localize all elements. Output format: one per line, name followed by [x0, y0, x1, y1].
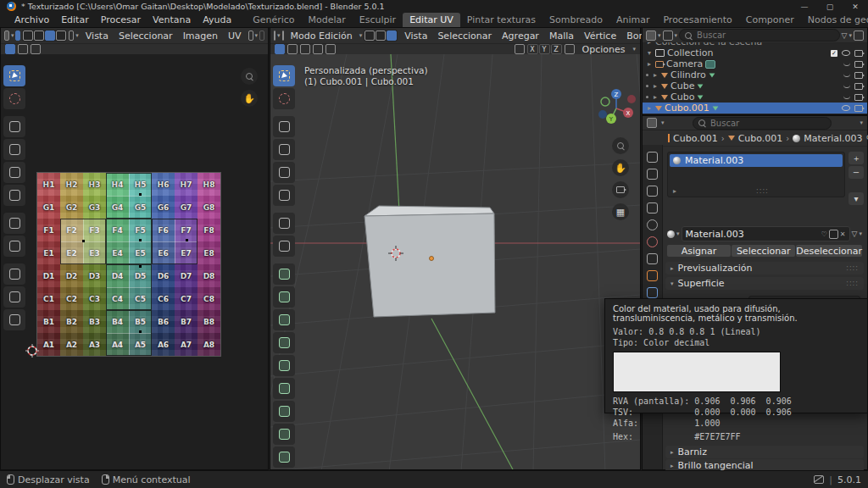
- asignar-button[interactable]: Asignar: [667, 245, 731, 257]
- tool-sculpt-grab[interactable]: [3, 263, 25, 285]
- breadcrumb-item-material-003-2[interactable]: Material.003: [804, 133, 862, 144]
- outliner-row-cilindro[interactable]: ▸Cilindro: [643, 69, 867, 80]
- eye-closed-icon[interactable]: [843, 84, 850, 88]
- select-difference-icon[interactable]: [313, 44, 323, 54]
- outliner-row-cubo[interactable]: ▸Cubo: [643, 92, 867, 103]
- pan-hand-icon[interactable]: ✋: [241, 90, 258, 107]
- tool-inset-faces[interactable]: [273, 309, 295, 330]
- tool-annotate[interactable]: [3, 213, 25, 234]
- outliner-display-mode-icon[interactable]: [646, 30, 656, 41]
- mirror-x-toggle[interactable]: X: [527, 44, 538, 54]
- tab-gen-rico[interactable]: Genérico: [246, 13, 301, 27]
- expand-arrow-icon[interactable]: ▸: [646, 60, 653, 68]
- tab-editar-uv[interactable]: Editar UV: [403, 13, 460, 27]
- properties-tab-view-layer[interactable]: [647, 202, 658, 214]
- select-new-icon[interactable]: [5, 44, 15, 54]
- add-slot-button[interactable]: ＋: [849, 152, 864, 164]
- render-visibility-icon[interactable]: [854, 83, 863, 90]
- properties-tab-scene[interactable]: [647, 219, 658, 230]
- vertex-select-icon[interactable]: [364, 30, 375, 41]
- uv-sync-toggle[interactable]: [15, 30, 20, 41]
- outliner-row-cubo-001[interactable]: ▸Cubo.001: [643, 103, 867, 114]
- menu-ayuda[interactable]: Ayuda: [197, 13, 237, 27]
- render-visibility-icon[interactable]: [854, 61, 863, 68]
- checkbox-icon[interactable]: ✓: [831, 50, 837, 57]
- uv-island-4[interactable]: [106, 264, 152, 310]
- tool-sculpt-relax[interactable]: [3, 286, 25, 308]
- face-select-icon[interactable]: [387, 30, 397, 41]
- expand-arrow-icon[interactable]: ▸: [646, 42, 653, 46]
- uv-canvas[interactable]: H1H2H3H4H5H6H7H8G1G2G3G4G5G6G7G8F1F2F3F4…: [1, 54, 268, 469]
- eye-closed-icon[interactable]: [843, 62, 850, 66]
- uv-island-select-icon[interactable]: [56, 30, 66, 41]
- viewport-canvas[interactable]: Personalizada (perspectiva) (1) Cubo.001…: [270, 54, 640, 469]
- tool-cursor-2d[interactable]: [3, 88, 25, 109]
- menu-procesar[interactable]: Procesar: [95, 13, 147, 27]
- eye-closed-icon[interactable]: [843, 95, 850, 99]
- viewport-menu-malla[interactable]: Malla: [544, 30, 579, 42]
- snap-magnet-icon[interactable]: [259, 30, 264, 41]
- camera-view-icon[interactable]: [612, 181, 629, 198]
- tool-tweak-select[interactable]: [3, 65, 25, 86]
- deseleccionar-button[interactable]: Deseleccionar: [796, 245, 862, 257]
- filter-funnel-icon[interactable]: ▽: [842, 31, 848, 40]
- render-visibility-icon[interactable]: [854, 50, 863, 57]
- tab-modelar[interactable]: Modelar: [302, 13, 353, 27]
- editor-type-icon[interactable]: [274, 30, 275, 41]
- sticky-select-icon[interactable]: [69, 30, 74, 41]
- material-icon[interactable]: [667, 230, 675, 238]
- tool-scale[interactable]: [273, 162, 295, 183]
- properties-search-input[interactable]: [709, 118, 826, 129]
- properties-tab-output[interactable]: [647, 186, 658, 197]
- expand-arrow-icon[interactable]: ▸: [652, 71, 659, 79]
- tool-rip-region[interactable]: [3, 236, 25, 257]
- tool-move[interactable]: [3, 116, 25, 137]
- properties-tab-object[interactable]: [647, 270, 658, 281]
- select-subtract-icon[interactable]: [300, 44, 310, 54]
- mirror-z-toggle[interactable]: Z: [551, 44, 562, 54]
- slot-list-expand-icon[interactable]: ▸: [673, 187, 676, 195]
- properties-tab-tool[interactable]: [647, 152, 658, 163]
- fake-user-shield-icon[interactable]: ♡: [821, 230, 827, 238]
- zoom-icon[interactable]: [612, 137, 629, 154]
- material-slot-active[interactable]: Material.003: [670, 154, 843, 167]
- breadcrumb-item-cubo-001-0[interactable]: Cubo.001: [673, 133, 718, 144]
- copy-datablock-icon[interactable]: [829, 230, 838, 239]
- remove-slot-button[interactable]: −: [849, 166, 864, 179]
- outliner-search-input[interactable]: [695, 30, 834, 41]
- render-visibility-icon[interactable]: [854, 72, 863, 79]
- expand-arrow-icon[interactable]: ▸: [652, 93, 659, 101]
- select-new-icon[interactable]: [275, 44, 285, 54]
- tab-sombreado[interactable]: Sombreado: [542, 13, 609, 27]
- expand-arrow-icon[interactable]: ▾: [646, 49, 653, 57]
- pan-hand-icon[interactable]: ✋: [612, 159, 629, 176]
- viewport-menu-seleccionar[interactable]: Seleccionar: [432, 30, 497, 42]
- maximize-button[interactable]: ▢: [817, 0, 843, 13]
- outliner-filter-icon[interactable]: [663, 30, 673, 41]
- uv-island-2[interactable]: [106, 219, 152, 264]
- panel-surface[interactable]: ▾ Superficie ::::: [665, 277, 864, 290]
- viewport-menu-v-rtice[interactable]: Vértice: [579, 30, 621, 42]
- slot-specials-icon[interactable]: ▾: [849, 192, 864, 205]
- uv-island-3[interactable]: [152, 219, 198, 264]
- panel-preview[interactable]: ▸ Previsualización ::::: [665, 262, 864, 274]
- uv-island-5[interactable]: [106, 310, 152, 356]
- tool-add-cube[interactable]: [273, 263, 295, 285]
- tool-poly-build[interactable]: [273, 401, 295, 422]
- properties-tab-world[interactable]: [647, 236, 658, 247]
- uv-menu-uv[interactable]: UV: [223, 30, 247, 42]
- perspective-toggle-icon[interactable]: ▦: [612, 203, 629, 220]
- tool-knife[interactable]: [273, 378, 295, 399]
- eye-icon[interactable]: [842, 105, 850, 111]
- properties-tab-collection[interactable]: [647, 253, 658, 264]
- eye-icon[interactable]: [842, 50, 850, 56]
- tool-transform[interactable]: [273, 185, 295, 206]
- expand-arrow-icon[interactable]: ▸: [652, 82, 659, 90]
- slot-list-grip[interactable]: ::::: [756, 187, 769, 195]
- uv-menu-seleccionar[interactable]: Seleccionar: [114, 30, 178, 42]
- select-extend-icon[interactable]: [18, 44, 28, 54]
- tool-measure[interactable]: [273, 236, 295, 257]
- uv-edge-select-icon[interactable]: [34, 30, 44, 41]
- render-visibility-icon[interactable]: [854, 105, 863, 112]
- tab-esculpir[interactable]: Esculpir: [353, 13, 403, 27]
